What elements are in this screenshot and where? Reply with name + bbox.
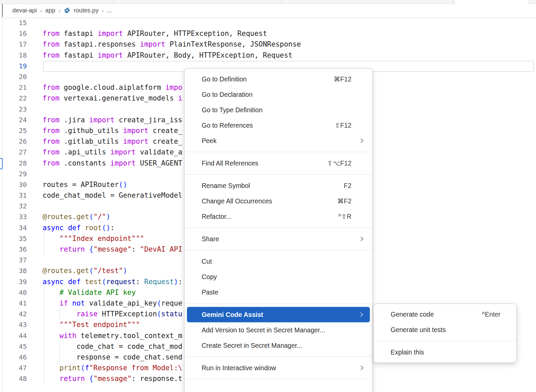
menu-item-shortcut: ^Enter [482, 311, 500, 318]
code-text: @routes.get("/") [43, 213, 110, 221]
line-number[interactable]: 42 [0, 310, 27, 318]
tab-divider [453, 0, 453, 4]
menu-item-go-to-type-definition[interactable]: Go to Type Definition [185, 102, 372, 118]
vscode-editor-window: { "breadcrumb": { "separator": "›", "ite… [0, 0, 536, 392]
line-number[interactable]: 28 [0, 159, 27, 167]
line-number[interactable]: 23 [0, 105, 27, 113]
menu-item-label: Generate unit tests [391, 326, 500, 334]
active-tab[interactable] [455, 0, 528, 4]
breadcrumb-item[interactable]: ... [107, 7, 112, 14]
line-number[interactable]: 47 [0, 364, 27, 372]
menu-item-refactor[interactable]: Refactor...^⇧R [185, 209, 372, 224]
breadcrumb: devai-api›app›routes.py›... [0, 4, 536, 17]
code-line[interactable]: 18from fastapi import APIRouter, Body, H… [0, 50, 536, 61]
line-number[interactable]: 46 [0, 353, 27, 361]
breadcrumb-item[interactable]: app [45, 7, 55, 14]
line-number[interactable]: 22 [0, 94, 27, 102]
menu-item-go-to-definition[interactable]: Go to Definition⌘F12 [185, 71, 372, 87]
code-text: return {"message": "DevAI API [43, 245, 182, 253]
gemini-submenu: Generate code^EnterGenerate unit testsEx… [374, 304, 517, 363]
line-number[interactable]: 36 [0, 245, 27, 253]
breadcrumb-separator: › [102, 7, 104, 14]
code-text: """Test endpoint""" [43, 321, 140, 329]
line-number[interactable]: 38 [0, 267, 27, 275]
code-text: from fastapi.responses import PlainTextR… [43, 40, 301, 48]
line-number[interactable]: 33 [0, 213, 27, 221]
breadcrumb-separator: › [59, 7, 60, 14]
menu-item-share[interactable]: Share [185, 231, 372, 247]
line-number[interactable]: 27 [0, 148, 27, 156]
line-number[interactable]: 34 [0, 224, 27, 232]
menu-item-shortcut: ⌘F12 [334, 75, 351, 83]
line-number[interactable]: 17 [0, 40, 27, 48]
menu-item-rename-symbol[interactable]: Rename SymbolF2 [185, 178, 372, 193]
line-number[interactable]: 45 [0, 342, 27, 350]
menu-item-go-to-references[interactable]: Go to References⇧F12 [185, 118, 372, 133]
chevron-right-icon [360, 312, 363, 317]
code-text: raise HTTPException(statu [43, 310, 182, 318]
line-number[interactable]: 18 [0, 51, 27, 59]
gutter-decoration [0, 158, 3, 169]
breadcrumb-separator: › [40, 7, 42, 14]
line-number[interactable]: 35 [0, 235, 27, 243]
code-text: from google.cloud.aiplatform impo [43, 83, 182, 91]
line-number[interactable]: 16 [0, 29, 27, 38]
code-text: from .gitlab_utils import create_ [43, 137, 182, 145]
code-text: code_chat = code_chat_mod [43, 342, 182, 350]
line-number[interactable]: 15 [0, 19, 27, 27]
menu-item-generate-code[interactable]: Generate code^Enter [374, 307, 516, 322]
line-number[interactable]: 43 [0, 321, 27, 329]
menu-item-label: Go to Definition [202, 75, 334, 83]
menu-item-add-version-to-secret-in-secret-manager[interactable]: Add Version to Secret in Secret Manager.… [185, 322, 372, 338]
line-number[interactable]: 48 [0, 375, 27, 383]
menu-item-explain-this[interactable]: Explain this [374, 344, 516, 360]
menu-item-go-to-declaration[interactable]: Go to Declaration [185, 87, 372, 102]
menu-item-label: Generate code [391, 311, 482, 318]
line-number[interactable]: 31 [0, 191, 27, 199]
line-number[interactable]: 44 [0, 332, 27, 340]
code-text: routes = APIRouter() [43, 181, 127, 189]
menu-item-gemini-code-assist[interactable]: Gemini Code Assist [187, 307, 370, 322]
line-number[interactable]: 25 [0, 127, 27, 135]
menu-item-run-in-interactive-window[interactable]: Run in Interactive window [185, 360, 372, 376]
code-line[interactable]: 17from fastapi.responses import PlainTex… [0, 39, 536, 50]
indent-guide [59, 341, 60, 363]
line-number[interactable]: 26 [0, 137, 27, 145]
menu-item-change-all-occurrences[interactable]: Change All Occurrences⌘F2 [185, 193, 372, 209]
code-text: # Validate API key [43, 288, 136, 297]
indent-guide [44, 287, 44, 384]
menu-item-paste[interactable]: Paste [185, 284, 372, 300]
menu-item-peek[interactable]: Peek [185, 133, 372, 148]
line-number[interactable]: 37 [0, 256, 27, 264]
breadcrumb-item[interactable]: devai-api [12, 7, 37, 14]
line-number[interactable]: 30 [0, 181, 27, 189]
line-number[interactable]: 41 [0, 299, 27, 307]
indent-guide [59, 309, 60, 320]
line-number[interactable]: 39 [0, 278, 27, 286]
code-line[interactable]: 15 [0, 17, 536, 28]
line-number[interactable]: 19 [0, 62, 27, 70]
code-text: response = code_chat.send [43, 353, 182, 361]
menu-item-label: Peek [202, 137, 351, 145]
menu-item-create-secret-in-secret-manager[interactable]: Create Secret in Secret Manager... [185, 338, 372, 353]
code-text: from .api_utils import validate_a [43, 148, 182, 156]
line-number[interactable]: 29 [0, 170, 27, 178]
code-text: from fastapi import APIRouter, Body, HTT… [43, 51, 292, 59]
code-text: async def root(): [43, 224, 115, 232]
line-number[interactable]: 32 [0, 202, 27, 210]
menu-item-copy[interactable]: Copy [185, 269, 372, 284]
breadcrumb-item[interactable]: routes.py [74, 7, 98, 14]
menu-item-generate-unit-tests[interactable]: Generate unit tests [374, 322, 516, 337]
menu-item-shortcut: F2 [344, 182, 351, 190]
code-line[interactable]: 16from fastapi import APIRouter, HTTPExc… [0, 28, 536, 39]
code-text: from vertexai.generative_models i [43, 94, 182, 102]
line-number[interactable]: 40 [0, 288, 27, 297]
line-number[interactable]: 21 [0, 83, 27, 91]
line-number[interactable]: 24 [0, 116, 27, 124]
code-text: from .jira import create_jira_iss [43, 116, 182, 124]
menu-item-find-all-references[interactable]: Find All References⇧⌥F12 [185, 155, 372, 171]
code-text: code_chat_model = GenerativeModel [43, 191, 182, 199]
menu-item-cut[interactable]: Cut [185, 254, 372, 269]
code-text: return {"message": response.t [43, 375, 182, 383]
line-number[interactable]: 20 [0, 73, 27, 81]
